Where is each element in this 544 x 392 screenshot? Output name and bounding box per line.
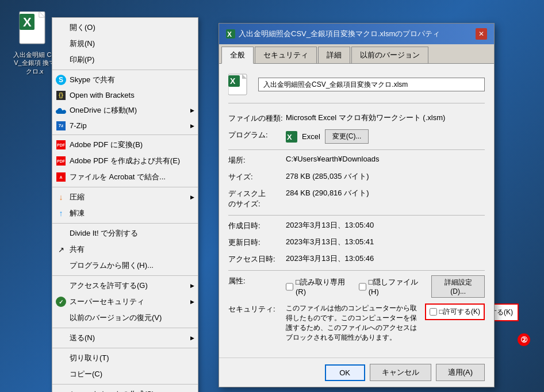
location-row: 場所: C:¥Users¥earth¥Downloads xyxy=(228,155,485,166)
security-allow-checkbox[interactable]: □許可する(K) xyxy=(425,303,485,320)
created-row: 作成日時: 2023年3月13日、13:05:40 xyxy=(228,220,485,231)
svg-text:X: X xyxy=(287,133,292,141)
tab-previous-versions[interactable]: 以前のバージョン xyxy=(351,47,428,63)
svg-text:X: X xyxy=(230,76,236,86)
program-name: Excel xyxy=(302,132,320,141)
adobe-pdf-icon-1: PDF xyxy=(56,140,66,150)
context-menu-adobe1[interactable]: PDF Adobe PDF に変換(B) xyxy=(52,137,198,153)
program-value-container: X Excel 変更(C)... xyxy=(286,129,485,144)
file-type-row: ファイルの種類: Microsoft Excel マクロ有効ワークシート (.x… xyxy=(228,113,485,124)
modified-label: 更新日時: xyxy=(228,237,286,248)
file-header: X xyxy=(228,73,485,103)
attributes-row: 属性: □読み取り専用(R) □隠しファイル(H) 詳細設定(D)... xyxy=(228,275,485,298)
context-menu-decompress[interactable]: ↑ 解凍 xyxy=(52,205,198,221)
file-icon[interactable]: X 入出金明細 CSV_全銀項 換マクロ.x xyxy=(12,11,58,75)
context-menu-new[interactable]: 新規(N) xyxy=(52,36,198,52)
file-icon-label: 入出金明細 CSV_全銀項 換マクロ.x xyxy=(12,51,58,75)
context-menu-cut[interactable]: 切り取り(T) xyxy=(52,350,198,366)
dialog-close-button[interactable]: ✕ xyxy=(476,28,487,40)
advanced-settings-button[interactable]: 詳細設定(D)... xyxy=(431,275,485,298)
security-allow-input[interactable] xyxy=(430,308,437,316)
brackets-icon: {} xyxy=(56,90,66,101)
separator-dialog-2 xyxy=(228,215,485,216)
accessed-value: 2023年3月13日、13:05:46 xyxy=(286,253,485,264)
cancel-button[interactable]: キャンセル xyxy=(370,364,431,381)
separator-4 xyxy=(52,223,198,224)
security-row: セキュリティ: このファイルは他のコンピューターから取得したものです。このコンピ… xyxy=(228,303,485,343)
modified-row: 更新日時: 2023年3月13日、13:05:41 xyxy=(228,237,485,248)
apply-button[interactable]: 適用(A) xyxy=(436,364,485,381)
context-menu-restore[interactable]: 以前のバージョンの復元(V) xyxy=(52,310,198,326)
disk-size-label: ディスク上 のサイズ: xyxy=(228,188,286,209)
context-menu-shortcut[interactable]: ショートカットの作成(S) xyxy=(52,386,198,392)
desktop: X 入出金明細 CSV_全銀項 換マクロ.x 開く(O) 新規(N) 印刷(P)… xyxy=(0,0,544,392)
acrobat-icon: A xyxy=(56,172,66,182)
location-label: 場所: xyxy=(228,155,286,166)
tab-general[interactable]: 全般 xyxy=(221,47,254,64)
separator-1 xyxy=(52,70,198,70)
file-type-label: ファイルの種類: xyxy=(228,113,286,124)
readonly-checkbox[interactable] xyxy=(286,283,293,291)
attr-row: □読み取り専用(R) □隠しファイル(H) 詳細設定(D)... xyxy=(286,275,485,298)
titlebar-excel-icon: X xyxy=(226,29,235,39)
context-menu-super-security[interactable]: ✓ スーパーセキュリティ xyxy=(52,294,198,310)
context-menu-open-with[interactable]: プログラムから開く(H)... xyxy=(52,258,198,274)
program-row: プログラム: X Excel 変更(C)... xyxy=(228,129,485,144)
location-value: C:¥Users¥earth¥Downloads xyxy=(286,155,485,163)
dialog-content: X ファイルの種類: Microsoft Excel マクロ有効ワークシート (… xyxy=(219,64,494,358)
context-menu-copy[interactable]: コピー(C) xyxy=(52,366,198,382)
file-name-input[interactable] xyxy=(258,78,485,91)
context-menu-onedrive[interactable]: OneDrive に移動(M) xyxy=(52,102,198,118)
security-allow-label: □許可する(K) xyxy=(439,307,480,317)
context-menu-7zip[interactable]: 7z 7-Zip xyxy=(52,118,198,133)
context-menu-brackets[interactable]: {} Open with Brackets xyxy=(52,88,198,102)
hidden-checkbox-label[interactable]: □隠しファイル(H) xyxy=(359,277,422,296)
context-menu-compress[interactable]: ↓ 圧縮 xyxy=(52,189,198,205)
context-menu-adobe2[interactable]: PDF Adobe PDF を作成および共有(E) xyxy=(52,153,198,169)
program-excel-icon: X xyxy=(286,131,297,143)
hidden-checkbox[interactable] xyxy=(359,283,366,291)
dialog-buttons: OK キャンセル 適用(A) xyxy=(219,358,494,387)
context-menu-skype[interactable]: S Skype で共有 xyxy=(52,72,198,88)
compress-icon: ↓ xyxy=(56,192,66,202)
excel-file-icon: X xyxy=(18,11,51,48)
security-text: このファイルは他のコンピューターから取得したものです。このコンピューターを保護す… xyxy=(286,303,420,343)
separator-dialog-1 xyxy=(228,149,485,150)
context-menu-divide[interactable]: Divide It! で分割する xyxy=(52,225,198,241)
file-type-value: Microsoft Excel マクロ有効ワークシート (.xlsm) xyxy=(286,113,485,123)
dialog-titlebar: X 入出金明細照会CSV_全銀項目変換マクロ.xlsmのプロパティ ✕ xyxy=(219,24,494,44)
context-menu-print[interactable]: 印刷(P) xyxy=(52,52,198,68)
7zip-icon: 7z xyxy=(56,121,66,131)
change-program-button[interactable]: 変更(C)... xyxy=(325,129,369,144)
tab-security[interactable]: セキュリティ xyxy=(255,47,317,63)
context-menu-share[interactable]: ↗ 共有 xyxy=(52,241,198,258)
adobe-pdf-icon-2: PDF xyxy=(56,156,66,166)
titlebar-left: X 入出金明細照会CSV_全銀項目変換マクロ.xlsmのプロパティ xyxy=(226,29,440,39)
context-menu-open[interactable]: 開く(O) xyxy=(52,20,198,36)
context-menu: 開く(O) 新規(N) 印刷(P) S Skype で共有 {} Open wi… xyxy=(52,17,198,392)
created-value: 2023年3月13日、13:05:40 xyxy=(286,220,485,230)
separator-6 xyxy=(52,328,198,328)
context-menu-access[interactable]: アクセスを許可する(G) xyxy=(52,278,198,294)
context-menu-send[interactable]: 送る(N) xyxy=(52,330,198,346)
ok-button[interactable]: OK xyxy=(325,364,365,381)
attributes-label: 属性: xyxy=(228,275,286,286)
readonly-checkbox-label[interactable]: □読み取り専用(R) xyxy=(286,277,348,296)
security-value: このファイルは他のコンピューターから取得したものです。このコンピューターを保護す… xyxy=(286,303,485,343)
modified-value: 2023年3月13日、13:05:41 xyxy=(286,237,485,247)
security-content: このファイルは他のコンピューターから取得したものです。このコンピューターを保護す… xyxy=(286,303,485,343)
tab-details[interactable]: 詳細 xyxy=(318,47,350,63)
share-icon: ↗ xyxy=(56,244,66,255)
svg-text:X: X xyxy=(23,15,32,29)
properties-dialog: X 入出金明細照会CSV_全銀項目変換マクロ.xlsmのプロパティ ✕ 全般 セ… xyxy=(219,23,495,387)
dialog-title: 入出金明細照会CSV_全銀項目変換マクロ.xlsmのプロパティ xyxy=(239,29,440,39)
onedrive-icon xyxy=(56,105,66,116)
separator-dialog-3 xyxy=(228,270,485,271)
decompress-icon: ↑ xyxy=(56,208,66,218)
context-menu-acrobat[interactable]: A ファイルを Acrobat で結合... xyxy=(52,169,198,185)
step2-badge: ② xyxy=(518,333,530,346)
created-label: 作成日時: xyxy=(228,220,286,231)
attributes-value: □読み取り専用(R) □隠しファイル(H) 詳細設定(D)... xyxy=(286,275,485,298)
accessed-row: アクセス日時: 2023年3月13日、13:05:46 xyxy=(228,253,485,264)
separator-5 xyxy=(52,275,198,276)
